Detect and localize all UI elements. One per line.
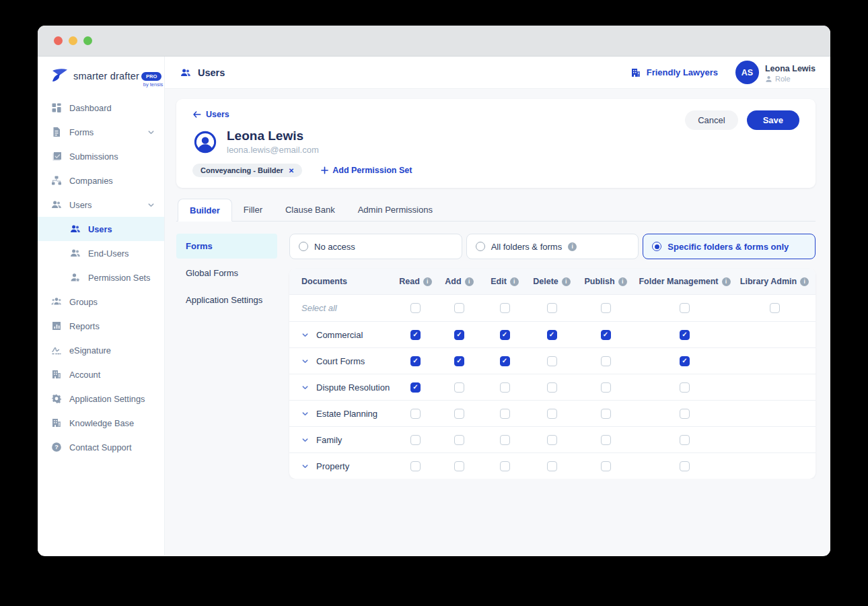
- permission-checkbox[interactable]: [601, 409, 611, 419]
- permission-checkbox[interactable]: [601, 461, 611, 471]
- info-icon[interactable]: i: [510, 277, 519, 286]
- sidebar-item-application-settings[interactable]: Application Settings: [38, 386, 164, 411]
- sidebar-item-submissions[interactable]: Submissions: [38, 144, 164, 168]
- permission-checkbox[interactable]: [410, 435, 421, 445]
- sidebar-item-reports[interactable]: Reports: [38, 314, 164, 338]
- subnav-item-global-forms[interactable]: Global Forms: [176, 261, 277, 285]
- sidebar-item-permission-sets[interactable]: Permission Sets: [38, 265, 164, 290]
- folder-name: Court Forms: [316, 356, 365, 366]
- company-switcher[interactable]: Friendly Lawyers: [630, 67, 718, 78]
- permission-checkbox[interactable]: [500, 435, 510, 445]
- save-button[interactable]: Save: [747, 110, 799, 130]
- checkbox-cell: [636, 330, 733, 340]
- expand-chevron-icon[interactable]: [301, 410, 309, 417]
- info-icon[interactable]: i: [800, 277, 809, 286]
- permission-checkbox[interactable]: [680, 382, 690, 393]
- expand-chevron-icon[interactable]: [301, 436, 309, 444]
- permission-checkbox[interactable]: [454, 435, 464, 445]
- permission-checkbox[interactable]: [454, 303, 464, 313]
- permission-checkbox[interactable]: [454, 461, 464, 471]
- radio-icon[interactable]: [299, 242, 308, 251]
- permission-checkbox[interactable]: [680, 435, 690, 445]
- remove-permission-set-icon[interactable]: ✕: [289, 167, 294, 174]
- permission-checkbox[interactable]: [410, 382, 421, 393]
- column-header-edit: Editi: [481, 277, 528, 286]
- expand-chevron-icon[interactable]: [301, 384, 309, 391]
- permission-checkbox[interactable]: [770, 303, 780, 313]
- sidebar-item-account[interactable]: Account: [38, 362, 164, 386]
- sidebar-item-end-users[interactable]: End-Users: [38, 241, 164, 265]
- permission-checkbox[interactable]: [547, 382, 557, 393]
- permission-checkbox[interactable]: [410, 461, 421, 471]
- tab-filler[interactable]: Filler: [232, 199, 274, 221]
- sidebar-item-users[interactable]: Users: [38, 193, 164, 217]
- permission-checkbox[interactable]: [680, 330, 690, 340]
- permission-checkbox[interactable]: [500, 382, 510, 393]
- info-icon[interactable]: i: [562, 277, 571, 286]
- permission-checkbox[interactable]: [680, 303, 690, 313]
- cancel-button[interactable]: Cancel: [685, 110, 737, 130]
- info-icon[interactable]: i: [618, 277, 627, 286]
- app-window: smarter drafterPRO by tensis DashboardFo…: [38, 26, 830, 556]
- info-icon[interactable]: i: [423, 277, 432, 286]
- sidebar-item-esignature[interactable]: eSignature: [38, 338, 164, 362]
- permission-checkbox[interactable]: [454, 330, 464, 340]
- permission-checkbox[interactable]: [410, 303, 421, 313]
- permission-checkbox[interactable]: [547, 330, 557, 340]
- permission-checkbox[interactable]: [500, 356, 510, 366]
- sidebar-item-dashboard[interactable]: Dashboard: [38, 96, 164, 120]
- expand-chevron-icon[interactable]: [301, 463, 309, 470]
- permission-checkbox[interactable]: [680, 356, 690, 366]
- add-permission-set-button[interactable]: Add Permission Set: [321, 165, 412, 176]
- tab-builder[interactable]: Builder: [178, 199, 232, 222]
- sidebar-item-contact-support[interactable]: ?Contact Support: [38, 435, 164, 459]
- zoom-window-button[interactable]: [83, 36, 92, 45]
- permission-checkbox[interactable]: [547, 435, 557, 445]
- permission-checkbox[interactable]: [410, 356, 421, 366]
- permission-checkbox[interactable]: [547, 409, 557, 419]
- tab-clause-bank[interactable]: Clause Bank: [274, 199, 347, 221]
- permission-checkbox[interactable]: [601, 382, 611, 393]
- access-option-specific-folders-forms-only[interactable]: Specific folders & forms only: [643, 234, 816, 259]
- minimize-window-button[interactable]: [69, 36, 77, 45]
- permission-checkbox[interactable]: [454, 382, 464, 393]
- radio-icon[interactable]: [476, 242, 485, 251]
- user-menu[interactable]: AS Leona Lewis Role: [735, 61, 816, 84]
- permission-checkbox[interactable]: [500, 330, 510, 340]
- expand-chevron-icon[interactable]: [301, 331, 309, 339]
- permission-checkbox[interactable]: [454, 409, 464, 419]
- access-option-no-access[interactable]: No access: [289, 234, 462, 259]
- permission-checkbox[interactable]: [547, 461, 557, 471]
- permission-checkbox[interactable]: [500, 409, 510, 419]
- sidebar-item-users[interactable]: Users: [38, 217, 164, 241]
- permission-checkbox[interactable]: [601, 435, 611, 445]
- sidebar-item-knowledge-base[interactable]: Knowledge Base: [38, 411, 164, 435]
- info-icon[interactable]: i: [722, 277, 731, 286]
- sidebar-item-label: Account: [69, 370, 100, 380]
- sidebar-item-groups[interactable]: Groups: [38, 290, 164, 314]
- info-icon[interactable]: i: [465, 277, 474, 286]
- close-window-button[interactable]: [54, 36, 63, 45]
- back-to-users-link[interactable]: Users: [192, 109, 229, 120]
- permission-checkbox[interactable]: [410, 409, 421, 419]
- info-icon[interactable]: i: [568, 242, 577, 251]
- sidebar-item-forms[interactable]: Forms: [38, 120, 164, 144]
- sidebar-item-companies[interactable]: Companies: [38, 168, 164, 193]
- permission-checkbox[interactable]: [601, 356, 611, 366]
- subnav-item-application-settings[interactable]: Application Settings: [176, 288, 277, 312]
- permission-checkbox[interactable]: [601, 303, 611, 313]
- permission-checkbox[interactable]: [500, 461, 510, 471]
- tab-admin-permissions[interactable]: Admin Permissions: [347, 199, 444, 221]
- permission-checkbox[interactable]: [410, 330, 421, 340]
- permission-checkbox[interactable]: [680, 461, 690, 471]
- permission-checkbox[interactable]: [454, 356, 464, 366]
- expand-chevron-icon[interactable]: [301, 358, 309, 365]
- permission-checkbox[interactable]: [680, 409, 690, 419]
- radio-icon[interactable]: [652, 242, 661, 251]
- access-option-all-folders-forms[interactable]: All folders & formsi: [466, 234, 639, 259]
- permission-checkbox[interactable]: [547, 303, 557, 313]
- permission-checkbox[interactable]: [547, 356, 557, 366]
- permission-checkbox[interactable]: [500, 303, 510, 313]
- subnav-item-forms[interactable]: Forms: [176, 234, 277, 259]
- permission-checkbox[interactable]: [601, 330, 611, 340]
